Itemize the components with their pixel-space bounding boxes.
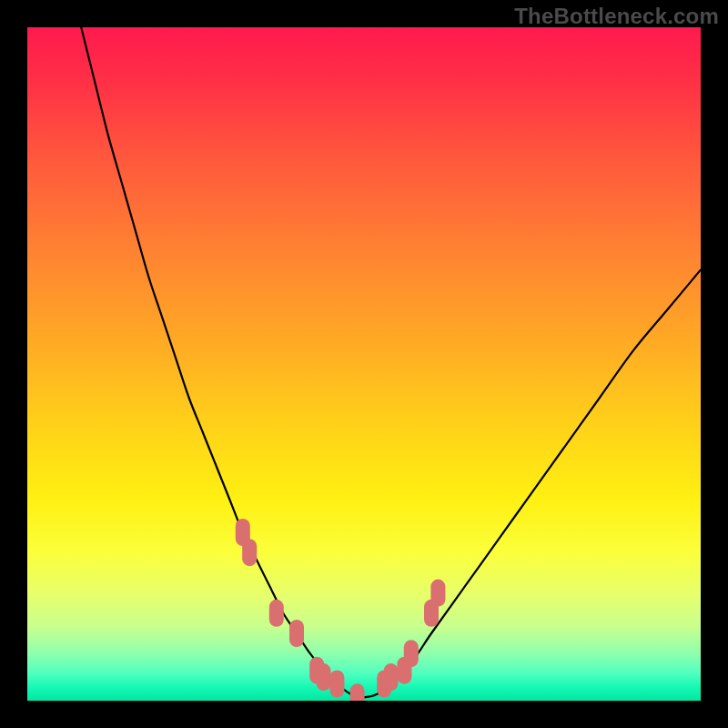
plot-area <box>27 27 701 701</box>
watermark-text: TheBottleneck.com <box>514 4 719 29</box>
curve-marker <box>329 671 344 698</box>
curve-marker <box>384 663 399 691</box>
curve-marker <box>430 580 445 607</box>
bottleneck-curve <box>81 27 701 697</box>
curve-marker <box>269 600 284 627</box>
curve-marker <box>350 683 365 701</box>
curve-marker <box>289 620 304 647</box>
chart-svg <box>27 27 701 701</box>
curve-markers <box>236 519 446 701</box>
curve-marker <box>242 539 257 566</box>
curve-marker <box>317 663 331 691</box>
chart-frame: TheBottleneck.com <box>0 0 728 728</box>
curve-marker <box>404 640 419 667</box>
